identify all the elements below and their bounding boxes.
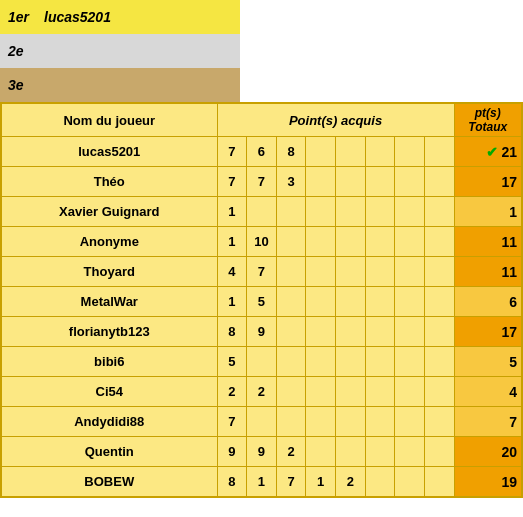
score-cell: 4 bbox=[217, 257, 247, 287]
score-cell bbox=[306, 137, 336, 167]
total-cell: 19 bbox=[454, 467, 521, 497]
score-cell bbox=[395, 467, 425, 497]
score-cell: 2 bbox=[336, 467, 366, 497]
podium-rank: 2e bbox=[8, 43, 44, 59]
score-cell bbox=[395, 197, 425, 227]
score-cell: 8 bbox=[217, 317, 247, 347]
score-cell bbox=[395, 257, 425, 287]
table-row: bibi655 bbox=[2, 347, 522, 377]
score-cell bbox=[336, 227, 366, 257]
total-cell: 1 bbox=[454, 197, 521, 227]
score-cell: 10 bbox=[247, 227, 277, 257]
player-name: BOBEW bbox=[2, 467, 218, 497]
score-cell bbox=[424, 377, 454, 407]
score-cell bbox=[336, 347, 366, 377]
score-cell bbox=[276, 287, 306, 317]
score-cell bbox=[336, 407, 366, 437]
score-cell bbox=[276, 407, 306, 437]
score-cell bbox=[424, 167, 454, 197]
score-cell bbox=[395, 437, 425, 467]
table-row: florianytb1238917 bbox=[2, 317, 522, 347]
score-cell bbox=[395, 377, 425, 407]
score-cell bbox=[365, 287, 395, 317]
total-cell: 11 bbox=[454, 257, 521, 287]
score-cell bbox=[306, 407, 336, 437]
score-cell: 7 bbox=[276, 467, 306, 497]
score-cell: 7 bbox=[247, 167, 277, 197]
total-cell: 17 bbox=[454, 167, 521, 197]
score-cell bbox=[365, 257, 395, 287]
score-cell bbox=[424, 137, 454, 167]
podium-rank: 3e bbox=[8, 77, 44, 93]
score-cell bbox=[306, 287, 336, 317]
score-cell bbox=[365, 227, 395, 257]
score-cell bbox=[395, 347, 425, 377]
score-cell bbox=[276, 257, 306, 287]
score-cell bbox=[365, 467, 395, 497]
score-cell: 2 bbox=[247, 377, 277, 407]
table-row: Anonyme11011 bbox=[2, 227, 522, 257]
score-cell bbox=[276, 377, 306, 407]
score-cell bbox=[424, 407, 454, 437]
table-row: BOBEW8171219 bbox=[2, 467, 522, 497]
score-cell: 1 bbox=[217, 287, 247, 317]
score-cell bbox=[424, 467, 454, 497]
points-column-header: Point(s) acquis bbox=[217, 104, 454, 137]
score-cell bbox=[395, 167, 425, 197]
player-name: Thoyard bbox=[2, 257, 218, 287]
total-cell: 5 bbox=[454, 347, 521, 377]
player-name: Anonyme bbox=[2, 227, 218, 257]
score-cell: 1 bbox=[306, 467, 336, 497]
score-cell: 3 bbox=[276, 167, 306, 197]
score-cell bbox=[306, 377, 336, 407]
score-cell: 1 bbox=[247, 467, 277, 497]
player-name: MetalWar bbox=[2, 287, 218, 317]
score-cell bbox=[395, 317, 425, 347]
score-cell bbox=[395, 227, 425, 257]
player-name: bibi6 bbox=[2, 347, 218, 377]
score-cell: 5 bbox=[247, 287, 277, 317]
score-cell: 2 bbox=[276, 437, 306, 467]
score-cell bbox=[395, 137, 425, 167]
score-cell bbox=[395, 287, 425, 317]
total-column-header: pt(s)Totaux bbox=[454, 104, 521, 137]
score-cell bbox=[306, 347, 336, 377]
score-cell: 8 bbox=[276, 137, 306, 167]
podium-row: 2e bbox=[0, 34, 240, 68]
score-cell bbox=[306, 437, 336, 467]
player-name: lucas5201 bbox=[2, 137, 218, 167]
score-cell bbox=[306, 317, 336, 347]
total-cell: 17 bbox=[454, 317, 521, 347]
score-cell: 1 bbox=[217, 227, 247, 257]
podium-rank: 1er bbox=[8, 9, 44, 25]
score-cell: 8 bbox=[217, 467, 247, 497]
table-row: MetalWar156 bbox=[2, 287, 522, 317]
score-cell bbox=[336, 137, 366, 167]
score-cell bbox=[424, 197, 454, 227]
table-row: Quentin99220 bbox=[2, 437, 522, 467]
score-cell bbox=[336, 167, 366, 197]
score-cell bbox=[424, 317, 454, 347]
table-row: Ci54224 bbox=[2, 377, 522, 407]
table-row: Andydidi8877 bbox=[2, 407, 522, 437]
total-cell: 6 bbox=[454, 287, 521, 317]
score-cell bbox=[306, 167, 336, 197]
score-cell: 5 bbox=[217, 347, 247, 377]
table-row: Thoyard4711 bbox=[2, 257, 522, 287]
total-cell: 20 bbox=[454, 437, 521, 467]
score-cell bbox=[247, 407, 277, 437]
scores-table: Nom du joueur Point(s) acquis pt(s)Totau… bbox=[0, 102, 523, 498]
score-cell bbox=[365, 197, 395, 227]
score-cell bbox=[424, 287, 454, 317]
check-icon: ✔ bbox=[486, 144, 498, 160]
score-cell: 7 bbox=[217, 137, 247, 167]
total-cell: 7 bbox=[454, 407, 521, 437]
total-cell: 4 bbox=[454, 377, 521, 407]
score-cell bbox=[336, 287, 366, 317]
score-cell bbox=[306, 257, 336, 287]
player-name: Andydidi88 bbox=[2, 407, 218, 437]
score-cell bbox=[306, 227, 336, 257]
score-cell: 7 bbox=[247, 257, 277, 287]
score-cell bbox=[276, 227, 306, 257]
player-name: Théo bbox=[2, 167, 218, 197]
